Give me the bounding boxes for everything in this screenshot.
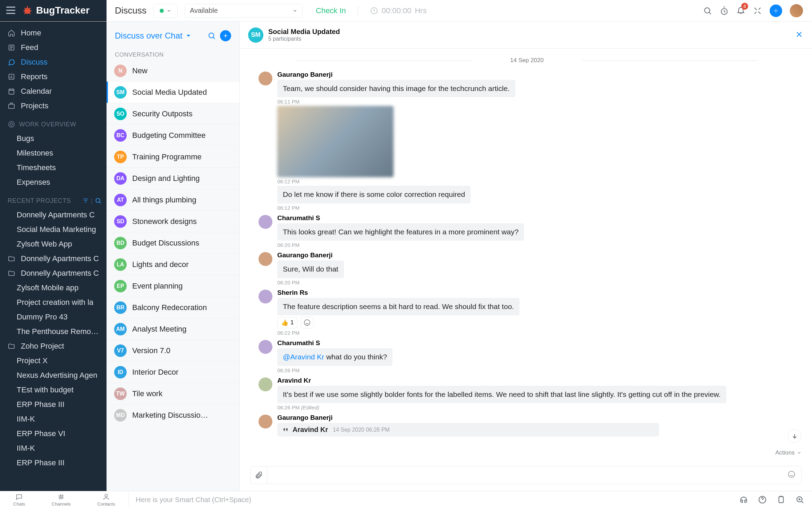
nav-sub-timesheets[interactable]: Timesheets [0, 160, 107, 175]
reply-reference[interactable]: Aravind Kr14 Sep 2020 06:26 PM [277, 423, 659, 436]
search-icon[interactable] [703, 6, 712, 15]
scroll-down-button[interactable] [788, 429, 802, 443]
bottom-tab-contacts[interactable]: Contacts [97, 493, 115, 507]
nav-item-label: Home [21, 28, 41, 38]
nav-item-projects[interactable]: Projects [0, 99, 107, 113]
plus-icon [772, 7, 780, 15]
conversation-item[interactable]: SMSocial Media Updated [107, 81, 239, 103]
attach-button[interactable] [250, 466, 267, 484]
hamburger-icon[interactable] [6, 7, 15, 14]
top-bar-left: Discuss Available Check In 00:00:00 Hrs [107, 0, 435, 21]
reaction-chip[interactable]: 👍1 [277, 317, 297, 328]
message-input[interactable] [267, 466, 802, 484]
conversation-item[interactable]: BCBudgeting Committee [107, 124, 239, 146]
nav-sub-milestones[interactable]: Milestones [0, 146, 107, 160]
nav-item-calendar[interactable]: Calendar [0, 84, 107, 99]
recent-project-item[interactable]: ERP Phase VI [0, 426, 107, 441]
check-in-link[interactable]: Check In [316, 6, 346, 15]
user-avatar[interactable] [790, 4, 803, 17]
recent-project-item[interactable]: Social Media Marketing [0, 222, 107, 237]
global-add-button[interactable] [770, 5, 782, 17]
nav-item-home[interactable]: Home [0, 26, 107, 40]
notification-badge: 4 [741, 3, 748, 10]
nav-sub-expenses[interactable]: Expenses [0, 175, 107, 190]
recent-project-item[interactable]: The Penthouse Remode [0, 324, 107, 339]
smart-chat-hint[interactable]: Here is your Smart Chat (Ctrl+Space) [129, 496, 731, 504]
message-row: Charumathi S@Aravind Kr what do you thin… [259, 339, 795, 373]
recent-project-item[interactable]: Zoho Project [0, 339, 107, 353]
conversation-name: Event planning [132, 282, 183, 291]
nav-sub-bugs[interactable]: Bugs [0, 131, 107, 146]
recent-project-item[interactable]: Project X [0, 353, 107, 368]
conversation-item[interactable]: ATAll things plumbing [107, 189, 239, 210]
chat-pane: SM Social Media Updated 5 participants 1… [240, 22, 812, 491]
recent-project-item[interactable]: IIM-K [0, 441, 107, 456]
headset-icon[interactable] [739, 495, 748, 504]
recent-project-item[interactable]: Donnelly Apartments C [0, 208, 107, 222]
feed-icon [8, 44, 15, 51]
view-switcher[interactable]: Discuss over Chat [115, 31, 191, 41]
user-mention[interactable]: @Aravind Kr [283, 353, 324, 361]
recent-project-item[interactable]: ERP Phase III [0, 397, 107, 412]
bottom-tab-channels[interactable]: Channels [52, 493, 71, 507]
filter-icon[interactable] [82, 197, 89, 204]
conversation-item[interactable]: SDStonework designs [107, 210, 239, 232]
conversation-item[interactable]: V7Version 7.0 [107, 340, 239, 361]
conversation-item[interactable]: TPTraining Programme [107, 146, 239, 167]
message-row: Charumathi SThis looks great! Can we hig… [259, 214, 795, 248]
nav-item-label: Calendar [21, 87, 52, 96]
arrow-down-icon [791, 433, 798, 440]
zoom-icon[interactable] [795, 495, 804, 504]
recent-project-item[interactable]: Project creation with la [0, 295, 107, 310]
recent-project-item[interactable]: Donnelly Apartments C [0, 251, 107, 266]
recent-project-item[interactable]: IIM-K [0, 412, 107, 426]
actions-label: Actions [775, 449, 795, 456]
close-chat-button[interactable] [795, 30, 804, 40]
status-pill[interactable] [153, 4, 178, 18]
conversation-name: Security Outposts [132, 109, 193, 118]
close-icon [795, 30, 804, 39]
recent-project-item[interactable]: Dummy Pro 43 [0, 310, 107, 324]
stopwatch-icon[interactable] [720, 6, 729, 15]
conversation-name: Budgeting Committee [132, 131, 206, 140]
search-icon[interactable] [95, 197, 102, 204]
recent-project-item[interactable]: Donnelly Apartments C [0, 266, 107, 281]
conversation-search-icon[interactable] [208, 32, 216, 40]
project-name: Dummy Pro 43 [17, 313, 68, 322]
notifications-button[interactable]: 4 [736, 6, 745, 16]
availability-select[interactable]: Available [185, 4, 303, 18]
message-composer [240, 460, 812, 491]
new-conversation-button[interactable] [220, 30, 231, 41]
project-name: ERP Phase VI [17, 429, 65, 438]
conversation-item[interactable]: IDInterior Decor [107, 361, 239, 383]
conversation-name: Lights and decor [132, 260, 189, 269]
recent-project-item[interactable]: TEst with budget [0, 383, 107, 397]
work-overview-header[interactable]: WORK OVERVIEW [0, 117, 107, 131]
conversation-item[interactable]: EPEvent planning [107, 275, 239, 297]
conversation-item[interactable]: MDMarketing Discussio… [107, 404, 239, 426]
recent-project-item[interactable]: Nexus Advertising Agen [0, 368, 107, 383]
conversation-item[interactable]: SOSecurity Outposts [107, 103, 239, 124]
nav-item-reports[interactable]: Reports [0, 69, 107, 84]
conversation-item[interactable]: BRBalcony Redecoration [107, 297, 239, 318]
conversation-item[interactable]: NNew [107, 60, 239, 81]
nav-item-feed[interactable]: Feed [0, 40, 107, 55]
clipboard-icon[interactable] [777, 495, 786, 504]
conversation-item[interactable]: BDBudget Discussions [107, 232, 239, 253]
emoji-button[interactable] [787, 470, 796, 480]
message-image-attachment[interactable] [277, 106, 394, 177]
conversation-item[interactable]: LALights and decor [107, 253, 239, 275]
thread-actions-menu[interactable]: Actions [775, 449, 802, 456]
bottom-tab-chats[interactable]: Chats [13, 493, 25, 507]
recent-project-item[interactable]: Zylsoft Web App [0, 237, 107, 251]
help-icon[interactable] [758, 495, 767, 504]
add-reaction-button[interactable] [301, 317, 313, 328]
conversation-item[interactable]: DADesign and Lighting [107, 167, 239, 189]
conversation-name: Design and Lighting [132, 174, 200, 183]
nav-item-discuss[interactable]: Discuss [0, 55, 107, 69]
conversation-item[interactable]: AMAnalyst Meeting [107, 318, 239, 340]
recent-project-item[interactable]: ERP Phase III [0, 456, 107, 470]
tools-icon[interactable] [753, 6, 762, 15]
recent-project-item[interactable]: Zylsoft Mobile app [0, 281, 107, 295]
conversation-item[interactable]: TWTile work [107, 383, 239, 404]
